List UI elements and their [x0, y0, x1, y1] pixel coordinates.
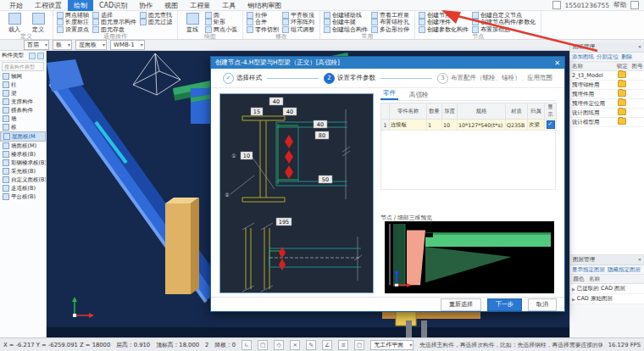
rectangle-icon	[205, 19, 212, 25]
sidebar-item-brace[interactable]: 支撑构件	[0, 98, 46, 106]
sheet-row[interactable]: 2_t3_Model	[570, 71, 644, 81]
snap-icon[interactable]: ◇	[274, 340, 284, 350]
help-link[interactable]: 帮助	[613, 1, 626, 9]
sheet-row[interactable]: 预埋件用	[570, 90, 644, 99]
delete-sheet-button[interactable]: 删除	[621, 53, 632, 61]
sheet-row[interactable]: 预埋件定位用	[570, 99, 644, 109]
tab-quantity[interactable]: 工程量	[184, 0, 216, 11]
sidebar-item-floor-deck[interactable]: 楼承板(B)	[0, 150, 46, 159]
storey-select[interactable]: 首层▾	[24, 40, 49, 50]
visible-checkbox[interactable]	[547, 120, 555, 129]
sheet-row[interactable]: 预埋锚栓用	[570, 81, 644, 90]
tab-cad-recognize[interactable]: CAD识别	[93, 0, 133, 11]
load-button[interactable]: 载入	[3, 12, 25, 34]
tab-bolts[interactable]: 高强栓	[407, 91, 431, 100]
tab-project-settings[interactable]: 工程设置	[29, 0, 68, 11]
rect-select-icon[interactable]: □	[258, 340, 268, 350]
sheet-row[interactable]: 设计图纸用	[570, 109, 644, 118]
collapse-icon[interactable]: »	[638, 42, 641, 52]
split-locate-button[interactable]: 分割定位	[597, 53, 619, 61]
collapse-icon[interactable]: »	[638, 255, 641, 265]
disable-icon[interactable]: ×	[290, 340, 300, 350]
component-type-panel: 构件类型 搜索构件类型 轴网 柱 梁 支撑构件 檩条构件 墙 板 屋面板(M) …	[0, 51, 47, 337]
window-restore-icon[interactable]	[630, 1, 639, 9]
sidebar-item-roof-panel[interactable]: 屋面板(M)	[0, 131, 46, 142]
sidebar-item-wall-panel[interactable]: 墙面板(M)	[0, 142, 46, 150]
add-sheet-button[interactable]: 添加图纸	[572, 53, 594, 61]
sidebar-item-beam[interactable]: 梁	[0, 89, 46, 98]
corbel-icon	[324, 19, 330, 25]
application-window: 开始 工程设置 绘制 CAD识别 协作 视图 工程量 工具 钢结构审图 1550…	[0, 0, 644, 351]
sidebar-item-axis-grid[interactable]: 轴网	[0, 72, 46, 81]
node-3d-preview[interactable]	[385, 221, 554, 293]
parametric-icon	[419, 26, 425, 33]
line-button[interactable]: 直线	[181, 12, 203, 34]
define-button[interactable]: 定义	[27, 12, 49, 34]
workplane-select[interactable]: 无工作平面▾	[370, 340, 414, 350]
place-stiffener-button[interactable]: 布置加劲肋	[472, 26, 536, 33]
component-search-input[interactable]: 搜索构件类型	[2, 62, 44, 71]
two-point-arc-button[interactable]: 两点小弧	[205, 26, 237, 33]
column-header: 零件名称	[390, 103, 427, 120]
sidebar-item-wall[interactable]: 墙	[0, 114, 46, 123]
sidebar-item-custom-panel[interactable]: 自定义面板(B)	[0, 176, 46, 184]
sidebar-item-column[interactable]: 柱	[0, 81, 46, 89]
tab-start[interactable]: 开始	[3, 0, 29, 11]
grid-view-icon[interactable]	[37, 53, 44, 59]
group-adjust-button[interactable]: 组式调整	[282, 26, 314, 33]
tab-collaborate[interactable]: 协作	[133, 0, 158, 11]
list-view-icon[interactable]	[29, 53, 36, 59]
step-number: 3	[437, 73, 448, 84]
step-place-accessories[interactable]: 3 布置配件（螺栓、锚栓）、应用范围	[437, 73, 552, 84]
sidebar-item-purlin[interactable]: 檩条构件	[0, 106, 46, 114]
sidebar-item-slab[interactable]: 板	[0, 123, 46, 131]
ribbon: 载入 定义 定义 两点辅轴 长度标注 设置原点 选择 图元显示构件 图元存盘 图…	[0, 11, 644, 40]
layer-row[interactable]: ▶CAD 原始图层	[570, 294, 644, 304]
tab-draw[interactable]: 绘制	[68, 0, 93, 11]
tab-view[interactable]: 视图	[158, 0, 184, 11]
component-type-select[interactable]: 屋面板▾	[75, 40, 107, 50]
reselect-button[interactable]: 重新选择	[441, 298, 481, 311]
aux-line-icon	[324, 12, 330, 19]
paper-icon[interactable]: ▢	[354, 340, 364, 350]
ortho-icon[interactable]: ∟	[242, 340, 252, 350]
close-icon[interactable]: ✕	[554, 59, 560, 67]
dialog-titlebar[interactable]: 创建节点-4.H型梁与H型梁（正交）[高强栓] ✕	[211, 57, 564, 69]
component-icon	[3, 176, 9, 183]
expand-icon[interactable]: ▶	[572, 297, 575, 302]
expand-icon[interactable]: ▶	[572, 287, 575, 292]
tab-parts[interactable]: 零件	[380, 89, 398, 100]
account-icon[interactable]	[552, 1, 561, 9]
part-parameter-diagram[interactable]: 40 15 40 40 80 50 10 195	[219, 93, 374, 293]
component-icon	[3, 133, 10, 140]
hide-layer-button[interactable]: 隐藏指定图层	[608, 266, 641, 274]
step-set-part-params[interactable]: 2 设置零件参数	[324, 73, 375, 84]
draw-mode-icon[interactable]: ✎	[306, 340, 316, 350]
part-row[interactable]: 1 连接板 1 10 10*127*540(t*s) Q235B 次梁	[381, 120, 557, 131]
column-header: 规格	[458, 103, 506, 120]
sidebar-item-platform-panel[interactable]: 平台板(B)	[0, 192, 46, 201]
component-icon	[3, 142, 9, 149]
tab-steel-review[interactable]: 钢结构审图	[242, 0, 287, 11]
sheet-row[interactable]: 设计模型用	[570, 118, 644, 127]
category-select[interactable]: 板▾	[53, 40, 72, 50]
next-button[interactable]: 下一步	[487, 298, 522, 311]
angle-snap-icon[interactable]: ∠	[322, 340, 332, 350]
element-save-button[interactable]: 图元存盘	[92, 26, 136, 33]
sidebar-item-skylight-panel[interactable]: 采光板(B)	[0, 167, 46, 176]
create-combined-component-button[interactable]: 创建组合构件	[324, 26, 368, 33]
component-name-select[interactable]: WMB-1▾	[110, 40, 145, 50]
step-select-style[interactable]: ✓ 选择样式	[223, 73, 262, 84]
polygon-extrude-button[interactable]: 多边形拉伸	[371, 26, 409, 33]
show-layer-button[interactable]: 显示指定图层	[572, 266, 605, 274]
set-origin-button[interactable]: 设置原点	[57, 26, 89, 33]
tab-tools[interactable]: 工具	[216, 0, 242, 11]
element-filter-button[interactable]: 图元过滤	[140, 19, 172, 25]
layer-row[interactable]: ▶已提取的 CAD 图层	[570, 284, 644, 294]
part-cut-button[interactable]: 零件切割	[247, 26, 279, 33]
sidebar-item-steel-floor-deck[interactable]: 彩钢楼承板(B)	[0, 159, 46, 167]
grid-icon[interactable]: ≡	[338, 340, 348, 350]
create-parametric-component-button[interactable]: 创建参数化构件	[419, 26, 469, 33]
sidebar-item-walkway-panel[interactable]: 走道板(B)	[0, 184, 46, 192]
cancel-button[interactable]: 取消	[528, 298, 557, 311]
